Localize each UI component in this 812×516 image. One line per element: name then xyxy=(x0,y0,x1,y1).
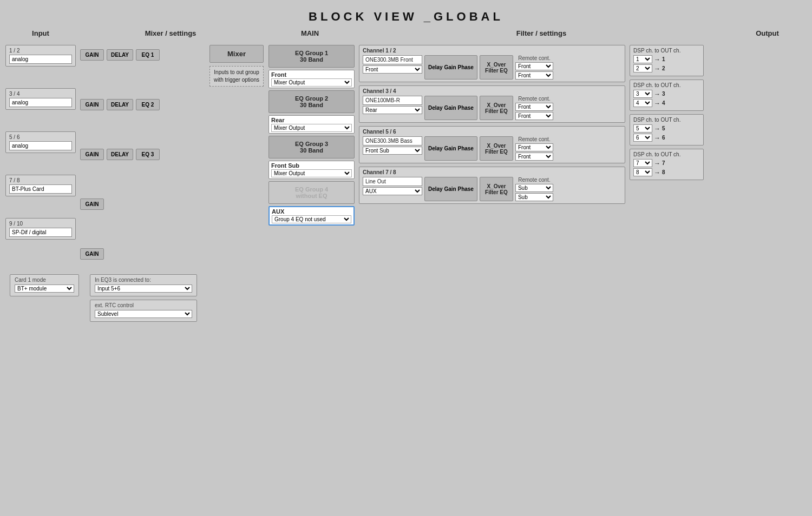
output-group-label-4: DSP ch. to OUT ch. xyxy=(633,151,700,157)
dsp-ch-select-2[interactable]: 2 xyxy=(633,64,652,72)
eq-group-1[interactable]: EQ Group 130 Band xyxy=(269,45,355,68)
output-front-select[interactable]: Mixer Output xyxy=(271,78,352,87)
arrow-icon-1: → xyxy=(654,56,660,63)
output-ch-row-7: 7 → 7 xyxy=(633,159,700,167)
remote-select1-78[interactable]: Sub xyxy=(515,184,553,192)
col-header-filter: Filter / settings xyxy=(355,29,728,37)
output-group-1: DSP ch. to OUT ch. 1 → 1 2 → 2 xyxy=(630,45,704,76)
gain-btn-56[interactable]: GAIN xyxy=(80,149,104,160)
xover-btn-78[interactable]: X_OverFilter EQ xyxy=(480,177,513,201)
filter-position-78[interactable]: AUX xyxy=(363,187,422,195)
dsp-btn-56[interactable]: Delay Gain Phase xyxy=(424,136,477,161)
rtc-control-box: ext. RTC control Sublevel xyxy=(90,300,197,322)
output-ch-row-2: 2 → 2 xyxy=(633,64,700,72)
xover-btn-34[interactable]: X_OverFilter EQ xyxy=(480,96,513,120)
remote-select2-56[interactable]: Front xyxy=(515,153,553,161)
dsp-ch-select-3[interactable]: 3 xyxy=(633,90,652,98)
output-ch-row-4: 4 → 4 xyxy=(633,99,700,107)
eq3-btn-56[interactable]: EQ 3 xyxy=(136,149,160,160)
eq3-connected-select[interactable]: Input 5+6 xyxy=(95,285,192,293)
dsp-ch-select-5[interactable]: 5 xyxy=(633,124,652,133)
remote-select1-56[interactable]: Front xyxy=(515,143,553,151)
page-title: BLOCK VIEW _GLOBAL xyxy=(0,0,812,29)
remote-select2-78[interactable]: Sub xyxy=(515,193,553,201)
output-group-3: DSP ch. to OUT ch. 5 → 5 6 → 6 xyxy=(630,114,704,145)
input-field-56[interactable] xyxy=(9,141,72,150)
filter-position-12[interactable]: Front xyxy=(363,65,422,74)
output-frontsub-select[interactable]: Mixer Output xyxy=(271,169,352,177)
delay-btn-34[interactable]: DELAY xyxy=(107,99,133,110)
eq-group-4[interactable]: EQ Group 4without EQ xyxy=(269,181,355,204)
dsp-btn-34[interactable]: Delay Gain Phase xyxy=(424,96,477,120)
xover-btn-56[interactable]: X_OverFilter EQ xyxy=(480,136,513,161)
remote-select2-12[interactable]: Front xyxy=(515,71,553,80)
remote-label-78: Remote cont. xyxy=(515,177,553,183)
output-ch-row-1: 1 → 1 xyxy=(633,55,700,63)
input-group-56: 5 / 6 xyxy=(5,131,76,153)
output-ch-row-6: 6 → 6 xyxy=(633,134,700,142)
output-aux-select[interactable]: Group 4 EQ not used xyxy=(272,215,351,223)
filter-header-78: Channel 7 / 8 xyxy=(363,169,621,175)
dsp-ch-select-8[interactable]: 8 xyxy=(633,168,652,176)
output-group-label-3: DSP ch. to OUT ch. xyxy=(633,117,700,123)
gain-btn-910[interactable]: GAIN xyxy=(80,248,104,260)
arrow-icon-3: → xyxy=(654,90,660,98)
xover-btn-12[interactable]: X_OverFilter EQ xyxy=(480,55,513,80)
input-field-34[interactable] xyxy=(9,98,72,107)
output-group-4: DSP ch. to OUT ch. 7 → 7 8 → 8 xyxy=(630,149,704,180)
arrow-icon-2: → xyxy=(654,65,660,72)
gain-btn-12[interactable]: GAIN xyxy=(80,49,104,61)
input-group-34: 3 / 4 xyxy=(5,88,76,110)
remote-select1-12[interactable]: Front xyxy=(515,62,553,70)
mixer-row-34: GAIN DELAY EQ 2 xyxy=(80,95,206,114)
eq-group-2[interactable]: EQ Group 230 Band xyxy=(269,90,355,113)
out-ch-num-2: 2 xyxy=(662,65,665,71)
input-label-78: 7 / 8 xyxy=(9,177,72,183)
out-ch-num-6: 6 xyxy=(662,135,665,141)
input-field-910[interactable] xyxy=(9,228,72,237)
card-mode-select[interactable]: BT+ module xyxy=(15,285,74,293)
filter-device-name-56: ONE300.3MB Bass xyxy=(363,136,422,145)
input-field-78[interactable] xyxy=(9,184,72,194)
dsp-ch-select-4[interactable]: 4 xyxy=(633,99,652,107)
gain-btn-34[interactable]: GAIN xyxy=(80,99,104,110)
output-rear-select[interactable]: Mixer Output xyxy=(271,124,352,132)
input-field-12[interactable] xyxy=(9,55,72,64)
filter-device-34: ONE100MB-R Rear xyxy=(363,96,422,120)
eq1-btn-12[interactable]: EQ 1 xyxy=(136,49,160,61)
filter-device-name-34: ONE100MB-R xyxy=(363,96,422,105)
col-header-input: Input xyxy=(5,29,76,37)
filter-device-12: ONE300.3MB Front Front xyxy=(363,55,422,80)
dsp-ch-select-7[interactable]: 7 xyxy=(633,159,652,167)
output-row-aux: AUX Group 4 EQ not used xyxy=(269,206,355,226)
dsp-ch-select-1[interactable]: 1 xyxy=(633,55,652,63)
output-group-label-1: DSP ch. to OUT ch. xyxy=(633,48,700,54)
input-label-56: 5 / 6 xyxy=(9,134,72,140)
out-ch-num-8: 8 xyxy=(662,169,665,175)
delay-btn-12[interactable]: DELAY xyxy=(107,49,133,61)
remote-select2-34[interactable]: Front xyxy=(515,112,553,120)
dsp-btn-78[interactable]: Delay Gain Phase xyxy=(424,177,477,201)
filter-position-56[interactable]: Front Sub xyxy=(363,147,422,155)
input-group-78: 7 / 8 xyxy=(5,175,76,196)
card-mode-box: Card 1 mode BT+ module xyxy=(10,274,79,296)
mixer-box[interactable]: Mixer xyxy=(209,45,264,63)
output-front-label: Front xyxy=(271,71,352,78)
rtc-select[interactable]: Sublevel xyxy=(95,310,192,318)
delay-btn-56[interactable]: DELAY xyxy=(107,149,133,160)
eq2-btn-34[interactable]: EQ 2 xyxy=(136,99,160,110)
out-ch-num-3: 3 xyxy=(662,91,665,97)
input-label-34: 3 / 4 xyxy=(9,91,72,97)
rtc-label: ext. RTC control xyxy=(95,302,192,308)
dsp-ch-select-6[interactable]: 6 xyxy=(633,134,652,142)
eq-group-3[interactable]: EQ Group 330 Band xyxy=(269,136,355,158)
filter-group-34: Channel 3 / 4 ONE100MB-R Rear Delay Gain… xyxy=(359,85,625,123)
arrow-icon-6: → xyxy=(654,134,660,142)
remote-select1-34[interactable]: Front xyxy=(515,103,553,111)
filter-position-34[interactable]: Rear xyxy=(363,106,422,114)
out-ch-num-5: 5 xyxy=(662,125,665,131)
output-row-frontsub: Front Sub Mixer Output xyxy=(269,161,355,179)
dsp-btn-12[interactable]: Delay Gain Phase xyxy=(424,55,477,80)
gain-btn-78[interactable]: GAIN xyxy=(80,199,104,210)
output-rear-label: Rear xyxy=(271,117,352,124)
